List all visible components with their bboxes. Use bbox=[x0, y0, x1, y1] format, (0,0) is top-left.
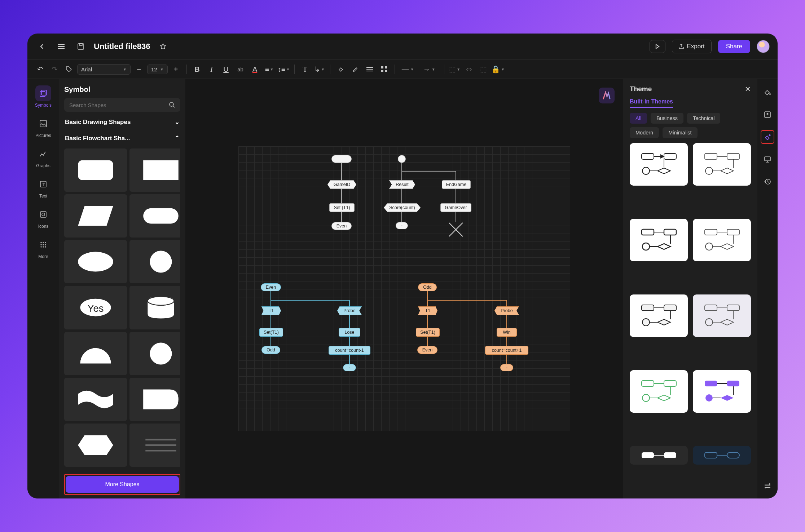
node-gameid[interactable]: GameID bbox=[327, 180, 356, 189]
text-tool-icon[interactable]: T bbox=[299, 63, 311, 75]
node-blue-set[interactable]: Set(T1) bbox=[259, 328, 283, 337]
theme-card[interactable] bbox=[630, 446, 688, 465]
export-page-icon[interactable] bbox=[761, 108, 774, 121]
theme-card[interactable] bbox=[630, 143, 688, 186]
shape-ellipse[interactable] bbox=[64, 240, 127, 283]
theme-card[interactable] bbox=[630, 294, 688, 337]
fill-color-icon[interactable] bbox=[335, 63, 347, 75]
strikethrough-icon[interactable]: ab bbox=[234, 63, 247, 75]
node-blue-count[interactable]: count=count-1 bbox=[329, 346, 370, 355]
settings-icon[interactable] bbox=[761, 479, 774, 493]
search-input[interactable] bbox=[69, 102, 166, 108]
node-orange-set[interactable]: Set(T1) bbox=[416, 328, 440, 337]
node-even[interactable]: Even bbox=[331, 222, 352, 230]
node-blue-even[interactable]: Even bbox=[261, 283, 281, 291]
node-blue-odd[interactable]: Odd bbox=[261, 346, 280, 354]
node-orange-odd[interactable]: Odd bbox=[418, 283, 437, 291]
close-icon[interactable]: ✕ bbox=[745, 85, 751, 93]
rail-more[interactable]: More bbox=[35, 237, 51, 259]
theme-card[interactable] bbox=[630, 219, 688, 261]
node-blue-probe[interactable]: Probe bbox=[337, 306, 362, 315]
more-shapes-button[interactable]: More Shapes bbox=[66, 476, 179, 493]
node-blue-lose[interactable]: Lose bbox=[339, 328, 360, 337]
font-size-select[interactable]: 12 ▼ bbox=[147, 65, 168, 74]
italic-icon[interactable]: I bbox=[206, 63, 218, 75]
node-orange-dash[interactable]: - bbox=[500, 364, 513, 371]
font-increase[interactable]: + bbox=[170, 63, 182, 75]
shape-rect[interactable] bbox=[129, 148, 180, 192]
category-basic-flowchart[interactable]: Basic Flowchart Sha... ⌃ bbox=[64, 132, 180, 144]
grid-icon[interactable] bbox=[378, 63, 390, 75]
shape-tape[interactable] bbox=[64, 378, 127, 421]
ai-assistant-button[interactable] bbox=[599, 88, 615, 103]
theme-card[interactable] bbox=[693, 219, 751, 261]
rail-graphs[interactable]: Graphs bbox=[35, 146, 51, 168]
undo-icon[interactable]: ↶ bbox=[34, 63, 46, 75]
rail-icons[interactable]: Icons bbox=[35, 207, 51, 229]
rail-text[interactable]: T Text bbox=[35, 176, 51, 199]
shape-yes[interactable]: Yes bbox=[64, 286, 127, 329]
theme-card[interactable] bbox=[693, 370, 751, 413]
tag-icon[interactable] bbox=[63, 63, 75, 75]
node-blue-dash[interactable]: - bbox=[343, 364, 356, 371]
back-button[interactable] bbox=[35, 40, 48, 53]
lock-icon[interactable]: 🔒▼ bbox=[492, 63, 504, 75]
font-family-select[interactable]: Arial ▼ bbox=[77, 64, 131, 75]
shape-circle2[interactable] bbox=[129, 332, 180, 375]
filter-business[interactable]: Business bbox=[651, 113, 683, 124]
filter-all[interactable]: All bbox=[630, 113, 647, 124]
filter-technical[interactable]: Technical bbox=[687, 113, 720, 124]
theme-card[interactable] bbox=[693, 143, 751, 186]
node-orange-t1[interactable]: T1 bbox=[418, 306, 437, 315]
shape-stadium[interactable] bbox=[129, 194, 180, 238]
category-basic-drawing[interactable]: Basic Drawing Shapes ⌄ bbox=[64, 116, 180, 128]
theme-card[interactable] bbox=[693, 294, 751, 337]
shape-parallelogram[interactable] bbox=[64, 194, 127, 238]
save-icon[interactable] bbox=[74, 40, 87, 53]
line-style-icon[interactable]: — ▼ bbox=[399, 63, 417, 75]
play-button[interactable] bbox=[650, 40, 665, 53]
canvas[interactable]: GameID Set (T1) Even Result Score(count)… bbox=[238, 146, 570, 431]
shape-rounded-rect[interactable] bbox=[64, 148, 127, 192]
canvas-area[interactable]: GameID Set (T1) Even Result Score(count)… bbox=[185, 79, 623, 498]
tab-builtin-themes[interactable]: Built-in Themes bbox=[630, 98, 673, 108]
rail-pictures[interactable]: Pictures bbox=[35, 116, 51, 138]
node-gameover[interactable]: GameOver bbox=[440, 203, 471, 212]
border-style-icon[interactable] bbox=[364, 63, 376, 75]
node-endgame[interactable]: EndGame bbox=[442, 180, 471, 189]
theme-card[interactable] bbox=[693, 446, 751, 465]
node-orange-even[interactable]: Even bbox=[417, 346, 437, 354]
menu-button[interactable] bbox=[55, 40, 68, 53]
font-decrease[interactable]: − bbox=[133, 63, 145, 75]
bold-icon[interactable]: B bbox=[191, 63, 203, 75]
group-icon[interactable]: ⬚ bbox=[478, 63, 490, 75]
shape-bullet[interactable] bbox=[129, 378, 180, 421]
presentation-icon[interactable] bbox=[761, 152, 774, 166]
line-height-icon[interactable]: ↕≡▼ bbox=[278, 63, 290, 75]
shape-hexagon[interactable] bbox=[64, 424, 127, 467]
node-result[interactable]: Result bbox=[389, 180, 415, 189]
history-icon[interactable] bbox=[761, 175, 774, 189]
underline-icon[interactable]: U bbox=[220, 63, 232, 75]
fill-tool-icon[interactable] bbox=[761, 85, 774, 99]
redo-icon[interactable]: ↷ bbox=[48, 63, 61, 75]
node-blue-t1[interactable]: T1 bbox=[261, 306, 281, 315]
highlight-icon[interactable] bbox=[349, 63, 361, 75]
theme-card[interactable] bbox=[630, 370, 688, 413]
filter-minimalist[interactable]: Minimalist bbox=[663, 127, 697, 138]
star-button[interactable] bbox=[157, 40, 170, 53]
user-avatar[interactable] bbox=[757, 40, 770, 53]
search-shapes[interactable] bbox=[64, 98, 180, 112]
distribute-icon[interactable]: ⇔ bbox=[463, 63, 475, 75]
arrow-style-icon[interactable]: → ▼ bbox=[419, 63, 440, 75]
node-orange-count[interactable]: count=count+1 bbox=[485, 346, 528, 355]
align-icon[interactable]: ≡▼ bbox=[263, 63, 276, 75]
node-dash[interactable]: - bbox=[396, 222, 408, 229]
node-orange-win[interactable]: Win bbox=[497, 328, 517, 337]
node-orange-probe[interactable]: Probe bbox=[494, 306, 519, 315]
shape-circle[interactable] bbox=[129, 240, 180, 283]
filter-modern[interactable]: Modern bbox=[630, 127, 659, 138]
node-score[interactable]: Score(count) bbox=[384, 203, 421, 212]
shape-lines[interactable] bbox=[129, 424, 180, 467]
layers-icon[interactable]: ⬚▼ bbox=[449, 63, 461, 75]
